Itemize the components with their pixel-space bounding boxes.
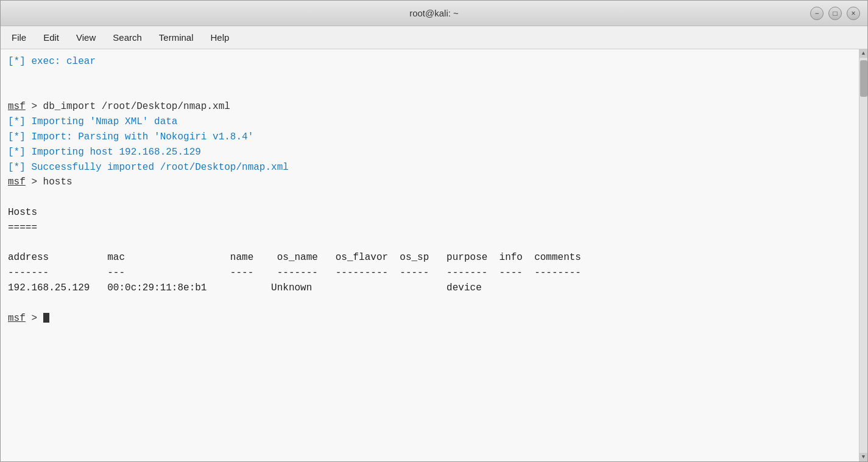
blank-line [8, 69, 852, 85]
menu-item-terminal[interactable]: Terminal [150, 30, 202, 45]
terminal-content[interactable]: [*] exec: clearmsf > db_import /root/Des… [1, 49, 859, 461]
maximize-button[interactable]: □ [828, 7, 842, 20]
scrollbar[interactable]: ▲ ▼ [859, 49, 867, 461]
terminal-window: root@kali: ~ − □ × FileEditViewSearchTer… [0, 0, 868, 462]
menu-bar: FileEditViewSearchTerminalHelp [1, 26, 867, 49]
terminal-line: Hosts [8, 205, 852, 220]
blank-line [8, 190, 852, 205]
menu-item-view[interactable]: View [68, 30, 104, 45]
cursor-block [43, 313, 49, 323]
terminal-line: [*] Import: Parsing with 'Nokogiri v1.8.… [8, 130, 852, 145]
minimize-button[interactable]: − [810, 7, 824, 20]
scroll-up-arrow[interactable]: ▲ [859, 49, 868, 58]
terminal-line: [*] Importing host 192.168.25.129 [8, 145, 852, 160]
terminal-line: msf > db_import /root/Desktop/nmap.xml [8, 99, 852, 114]
terminal-line: [*] Successfully imported /root/Desktop/… [8, 160, 852, 175]
prompt-prefix: msf > [8, 313, 43, 324]
terminal-line: [*] exec: clear [8, 54, 852, 69]
close-button[interactable]: × [847, 7, 860, 20]
blank-line [8, 85, 852, 100]
menu-item-help[interactable]: Help [202, 30, 238, 45]
cursor-prompt-line: msf > [8, 311, 852, 326]
blank-line [8, 296, 852, 311]
menu-item-file[interactable]: File [3, 30, 35, 45]
scroll-down-arrow[interactable]: ▼ [859, 453, 868, 461]
terminal-wrapper: [*] exec: clearmsf > db_import /root/Des… [1, 49, 867, 461]
terminal-line: [*] Importing 'Nmap XML' data [8, 114, 852, 130]
terminal-line: address mac name os_name os_flavor os_sp… [8, 250, 852, 265]
window-title: root@kali: ~ [409, 8, 459, 18]
window-controls: − □ × [810, 7, 860, 20]
terminal-line: 192.168.25.129 00:0c:29:11:8e:b1 Unknown… [8, 281, 852, 296]
terminal-line: msf > hosts [8, 175, 852, 190]
menu-item-search[interactable]: Search [104, 30, 150, 45]
menu-item-edit[interactable]: Edit [35, 30, 68, 45]
terminal-line: ------- --- ---- ------- --------- -----… [8, 265, 852, 281]
scroll-thumb[interactable] [860, 60, 867, 97]
terminal-line: ===== [8, 220, 852, 236]
title-bar: root@kali: ~ − □ × [1, 1, 867, 26]
blank-line [8, 236, 852, 251]
